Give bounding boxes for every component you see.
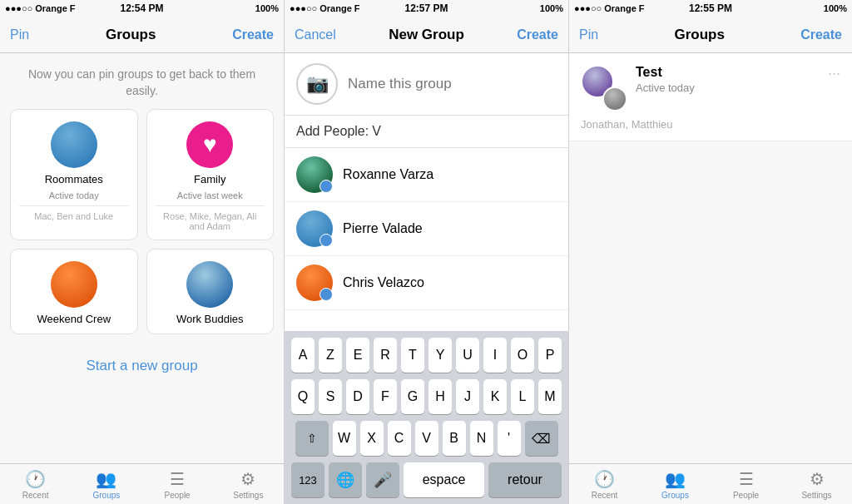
right-group-status: Active today [636, 82, 840, 94]
key-p[interactable]: P [538, 338, 562, 373]
left-nav-title: Groups [106, 27, 156, 43]
pin-info-text: Now you can pin groups to get back to th… [17, 67, 267, 99]
right-tab-settings-label: Settings [801, 491, 831, 500]
right-time: 12:55 PM [689, 2, 732, 14]
right-tab-people-label: People [733, 491, 759, 500]
left-tab-groups-label: Groups [92, 491, 120, 500]
left-tab-people[interactable]: ☰ People [142, 469, 213, 500]
key-k[interactable]: K [483, 379, 507, 414]
num-key[interactable]: 123 [291, 462, 324, 497]
key-c[interactable]: C [388, 421, 411, 456]
center-carrier: ●●●○○ Orange F [290, 3, 360, 13]
settings-icon: ⚙ [240, 469, 255, 489]
key-s[interactable]: S [319, 379, 342, 414]
person-row-roxanne[interactable]: Roxanne Varza [285, 148, 568, 202]
key-a[interactable]: A [291, 338, 315, 373]
key-o[interactable]: O [511, 338, 534, 373]
mic-key[interactable]: 🎤 [366, 462, 399, 497]
delete-key[interactable]: ⌫ [525, 421, 558, 456]
key-r[interactable]: R [374, 338, 397, 373]
keyboard-row-2: Q S D F G H J K L M [288, 379, 565, 414]
left-nav-bar: Pin Groups Create [0, 17, 284, 53]
person-row-chris[interactable]: Chris Velazco [285, 256, 568, 310]
center-status-bar: ●●●○○ Orange F 12:57 PM 100% [285, 0, 568, 17]
key-apostrophe[interactable]: ' [498, 421, 521, 456]
add-people-input[interactable] [372, 124, 538, 139]
left-battery: 100% [255, 3, 279, 13]
right-tab-groups[interactable]: 👥 Groups [640, 469, 711, 500]
return-key[interactable]: retour [488, 462, 562, 497]
key-l[interactable]: L [511, 379, 534, 414]
keyboard-bottom-row: 123 🌐 🎤 espace retour [288, 462, 565, 497]
space-key[interactable]: espace [404, 462, 484, 497]
right-people-icon: ☰ [739, 469, 754, 489]
key-e[interactable]: E [346, 338, 369, 373]
right-tab-recent[interactable]: 🕐 Recent [569, 469, 640, 500]
start-new-group-button[interactable]: Start a new group [0, 344, 284, 388]
key-z[interactable]: Z [319, 338, 342, 373]
key-i[interactable]: I [483, 338, 507, 373]
key-d[interactable]: D [346, 379, 369, 414]
key-w[interactable]: W [333, 421, 356, 456]
person-avatar-chris [296, 264, 333, 301]
person-row-pierre[interactable]: Pierre Valade [285, 202, 568, 256]
camera-icon[interactable]: 📷 [296, 63, 338, 105]
key-j[interactable]: J [456, 379, 479, 414]
key-q[interactable]: Q [291, 379, 315, 414]
messenger-badge-chris [320, 288, 333, 301]
center-battery: 100% [540, 3, 563, 13]
left-tab-settings[interactable]: ⚙ Settings [213, 469, 284, 500]
person-name-chris: Chris Velazco [343, 275, 424, 290]
group-card-roommates[interactable]: Roommates Active today Mac, Ben and Luke [10, 109, 138, 240]
right-create-button[interactable]: Create [800, 27, 842, 42]
key-x[interactable]: X [360, 421, 384, 456]
keyboard-row-1: A Z E R T Y U I O P [288, 338, 565, 373]
group-card-work[interactable]: Work Buddies [146, 249, 275, 334]
left-tab-bar: 🕐 Recent 👥 Groups ☰ People ⚙ Settings [0, 463, 284, 504]
cancel-button[interactable]: Cancel [295, 27, 336, 42]
left-tab-recent[interactable]: 🕐 Recent [0, 469, 71, 500]
key-v[interactable]: V [415, 421, 438, 456]
add-people-label: Add People: [296, 124, 369, 139]
group-name-input[interactable] [348, 76, 557, 92]
left-create-button[interactable]: Create [232, 27, 274, 42]
shift-key[interactable]: ⇧ [295, 421, 329, 456]
center-panel: ●●●○○ Orange F 12:57 PM 100% Cancel New … [285, 0, 569, 504]
center-nav-bar: Cancel New Group Create [285, 17, 568, 53]
group-avatar-roommates [51, 121, 97, 168]
key-f[interactable]: F [374, 379, 397, 414]
left-pin-button[interactable]: Pin [10, 27, 29, 42]
key-y[interactable]: Y [428, 338, 452, 373]
key-t[interactable]: T [401, 338, 424, 373]
test-group-avatar [581, 65, 627, 111]
right-tab-settings[interactable]: ⚙ Settings [781, 469, 852, 500]
people-list: Roxanne Varza Pierre Valade Chris Velazc… [285, 148, 568, 331]
group-active-roommates: Active today [49, 190, 99, 200]
key-b[interactable]: B [443, 421, 466, 456]
globe-key[interactable]: 🌐 [329, 462, 362, 497]
right-group-name: Test [636, 65, 840, 80]
group-card-family[interactable]: ♥ Family Active last week Rose, Mike, Me… [146, 109, 275, 240]
right-spacer [569, 141, 852, 463]
left-tab-people-label: People [165, 491, 191, 500]
right-pin-button[interactable]: Pin [579, 27, 598, 42]
group-members-family: Rose, Mike, Megan, Ali and Adam [156, 211, 265, 231]
add-people-row: Add People: [285, 116, 568, 148]
keyboard: A Z E R T Y U I O P Q S D F G H J K L M … [285, 331, 568, 504]
right-group-members: Jonathan, Matthieu [581, 118, 840, 131]
group-card-weekend[interactable]: Weekend Crew [10, 249, 138, 334]
left-status-bar: ●●●○○ Orange F 12:54 PM 100% [0, 0, 284, 17]
person-avatar-roxanne [296, 156, 333, 193]
left-tab-groups[interactable]: 👥 Groups [71, 469, 141, 500]
key-g[interactable]: G [401, 379, 424, 414]
right-group-item[interactable]: ··· Test Active today Jonathan, Matthieu [569, 53, 852, 141]
more-options-icon[interactable]: ··· [828, 65, 840, 82]
right-nav-bar: Pin Groups Create [569, 17, 852, 53]
group-avatar-weekend [51, 261, 97, 308]
key-u[interactable]: U [456, 338, 479, 373]
center-create-button[interactable]: Create [517, 27, 558, 42]
key-m[interactable]: M [538, 379, 562, 414]
key-n[interactable]: N [470, 421, 493, 456]
key-h[interactable]: H [428, 379, 452, 414]
right-tab-people[interactable]: ☰ People [711, 469, 781, 500]
